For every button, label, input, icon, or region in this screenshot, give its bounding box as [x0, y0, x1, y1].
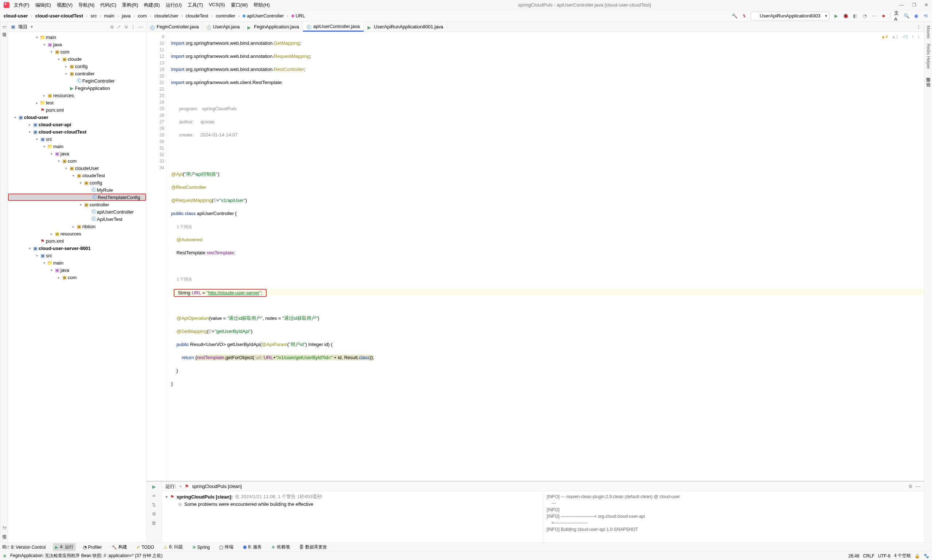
tool-bookmarks-tab[interactable]: 2: 书签	[1, 525, 7, 532]
tab-user-api[interactable]: ⒾUserApi.java	[203, 22, 244, 32]
tool-structure-tab[interactable]: 7: 结构	[1, 535, 7, 543]
run-console[interactable]: [INFO] --- maven-clean-plugin:2.5:clean …	[543, 491, 924, 543]
tree-main[interactable]: ▾📁main	[8, 34, 146, 41]
run-summary[interactable]: ▾ ⚑ springCloudPuls [clean]: 在 2024/1/21…	[165, 494, 539, 500]
status-lock-icon[interactable]: 🔒	[915, 554, 920, 558]
tree-cloud-user-server[interactable]: ▾▣cloud-user-server-8001	[8, 245, 146, 252]
tree-config2[interactable]: ▾▣config	[8, 179, 146, 186]
breadcrumb-module[interactable]: cloud-user	[4, 13, 28, 18]
menu-code[interactable]: 代码(C)	[100, 2, 116, 8]
tree-com2[interactable]: ▾▣com	[8, 157, 146, 165]
tree-fegin-controller[interactable]: ⒸFeginController	[8, 77, 146, 85]
status-caret-pos[interactable]: 26:46	[849, 554, 859, 558]
tree-src2[interactable]: ▾▣src	[8, 135, 146, 143]
updates-icon[interactable]: ⟲	[923, 13, 928, 19]
tool-terminal[interactable]: ▢终端	[217, 543, 236, 551]
tree-java2[interactable]: ▾▣java	[8, 150, 146, 157]
run-trash-icon[interactable]: 🗑	[151, 520, 156, 526]
breadcrumb-main[interactable]: main	[104, 13, 114, 18]
tab-fegin-application[interactable]: ▶FeginApplication.java	[244, 22, 303, 32]
status-indent[interactable]: 4 个空格	[894, 553, 911, 559]
run-config-select[interactable]: UserApiRunApplication8003	[751, 12, 830, 20]
breadcrumb-src[interactable]: src	[90, 13, 97, 18]
coverage-icon[interactable]: ◧	[852, 13, 858, 19]
run-gear-icon[interactable]: ⚙	[908, 484, 913, 489]
tab-api-user-controller[interactable]: ⒸapiUserController.java	[303, 22, 364, 32]
tool-dependencies[interactable]: ❖依赖项	[269, 543, 292, 551]
breadcrumb-cloudeTest[interactable]: cloudeTest	[186, 13, 208, 18]
tree-java3[interactable]: ▾▣java	[8, 266, 146, 274]
menu-refactor[interactable]: 重构(R)	[122, 2, 138, 8]
tool-todo[interactable]: ✔TODO	[134, 544, 156, 551]
locate-icon[interactable]: ⊚	[110, 24, 114, 29]
menu-navigate[interactable]: 导航(N)	[78, 2, 94, 8]
tree-apiUserTest[interactable]: ⒸApiUserTest	[8, 215, 146, 223]
breadcrumb-com[interactable]: com	[138, 13, 147, 18]
menu-vcs[interactable]: VCS(S)	[209, 2, 225, 8]
menu-run[interactable]: 运行(U)	[166, 2, 182, 8]
collapse-icon[interactable]: ⇲	[124, 24, 128, 29]
tree-myrule[interactable]: ⒸMyRule	[8, 186, 146, 194]
settings-icon[interactable]: ⋮	[131, 24, 136, 29]
window-minimize-icon[interactable]: —	[899, 2, 904, 8]
tool-maven-tab[interactable]: Maven	[926, 24, 931, 40]
project-tree[interactable]: ▾📁main ▾▣java ▾▣com ▾▣cloude ▸▣config ▾▣…	[8, 32, 146, 543]
status-cat-icon[interactable]: 🐾	[924, 554, 929, 558]
breadcrumb-submodule[interactable]: cloud-user-cloudTest	[35, 13, 83, 18]
tool-db-changes[interactable]: 🗄数据库更改	[297, 543, 329, 551]
run-stop-icon[interactable]: ≡	[153, 493, 156, 498]
tree-rest-template-config[interactable]: ⒸRestTemplateConfig	[8, 194, 146, 201]
status-spring-icon[interactable]: ❀	[3, 554, 6, 558]
tool-version-control[interactable]: ⎇9: Version Control	[2, 544, 48, 551]
tool-build[interactable]: 🔨构建	[109, 543, 129, 551]
tab-fegin-controller[interactable]: ⒸFeginController.java	[147, 22, 203, 32]
window-maximize-icon[interactable]: ❐	[912, 2, 917, 8]
status-encoding[interactable]: UTF-8	[878, 554, 890, 558]
tree-cloudeUser[interactable]: ▾▣cloudeUser	[8, 165, 146, 172]
tool-database-tab[interactable]: 数据库	[925, 72, 931, 75]
hammer-build-icon[interactable]: 🔨	[732, 13, 738, 19]
run-toggle-icon[interactable]: ⇅	[152, 502, 156, 508]
code-editor[interactable]: ▲4 ▲1 ↗2 ↑↓ 9101112131920212223242526272…	[147, 32, 924, 481]
tree-resources[interactable]: ▸▣resources	[8, 92, 146, 99]
tree-fegin-application[interactable]: ▶FeginApplication	[8, 85, 146, 92]
breadcrumb-controller[interactable]: controller	[216, 13, 235, 18]
breadcrumb-cloudeUser[interactable]: cloudeUser	[154, 13, 179, 18]
breadcrumb-class[interactable]: apiUserController	[242, 13, 284, 18]
run-minimize-icon[interactable]: —	[916, 484, 920, 489]
menu-file[interactable]: 文件(F)	[14, 2, 29, 8]
tree-test[interactable]: ▸📁test	[8, 99, 146, 106]
tool-profiler[interactable]: ◔Profiler	[81, 544, 104, 551]
tree-config[interactable]: ▸▣config	[8, 63, 146, 70]
tree-com3[interactable]: ▸▣com	[8, 274, 146, 281]
menu-tools[interactable]: 工具(T)	[188, 2, 203, 8]
attach-icon[interactable]: ⋯	[871, 13, 877, 19]
tree-cloudeTest[interactable]: ▾▣cloudeTest	[8, 172, 146, 179]
tree-src3[interactable]: ▾▣src	[8, 252, 146, 259]
tree-controller[interactable]: ▾▣controller	[8, 70, 146, 77]
tree-pom[interactable]: ⚑pom.xml	[8, 106, 146, 114]
arrow-swap-icon[interactable]: ↯	[741, 13, 747, 19]
stop-icon[interactable]: ■	[881, 13, 886, 19]
tool-spring[interactable]: ❀Spring	[190, 544, 212, 551]
status-line-sep[interactable]: CRLF	[863, 554, 875, 558]
tree-apiUserController[interactable]: ⒸapiUserController	[8, 208, 146, 215]
tree-ribbon[interactable]: ▸▣ribbon	[8, 223, 146, 230]
breadcrumb-field[interactable]: URL	[292, 13, 305, 18]
debug-icon[interactable]: 🐞	[843, 13, 849, 19]
tool-services[interactable]: ⬢8: 服务	[241, 543, 264, 551]
run-rerun-icon[interactable]: ▶	[152, 484, 156, 489]
tree-java[interactable]: ▾▣java	[8, 41, 146, 48]
search-everywhere-icon[interactable]: 🔍	[904, 13, 909, 19]
translate-icon[interactable]: 文A	[894, 13, 900, 19]
tool-project-tab[interactable]: 1:项目	[1, 24, 7, 31]
tree-controller2[interactable]: ▾▣controller	[8, 201, 146, 208]
tool-run[interactable]: ▶4: 运行	[53, 543, 76, 551]
menu-window[interactable]: 窗口(W)	[231, 2, 248, 8]
tree-main2[interactable]: ▾📁main	[8, 143, 146, 150]
menu-edit[interactable]: 编辑(E)	[35, 2, 51, 8]
tree-cloude[interactable]: ▾▣cloude	[8, 55, 146, 63]
run-close-tab-icon[interactable]: ×	[179, 484, 182, 489]
menu-view[interactable]: 视图(V)	[57, 2, 73, 8]
tree-pom2[interactable]: ⚑pom.xml	[8, 237, 146, 245]
